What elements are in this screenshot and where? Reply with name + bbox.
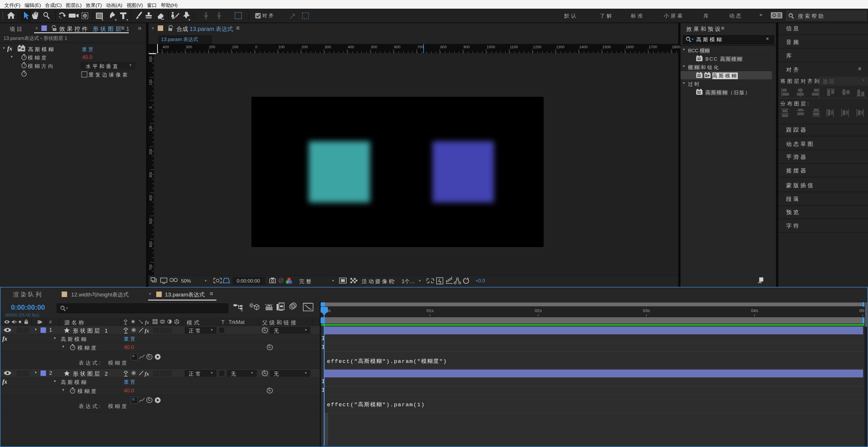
svg-text:1000: 1000 xyxy=(487,45,495,49)
svg-text:fx: fx xyxy=(145,328,149,334)
svg-text:1100: 1100 xyxy=(510,45,518,49)
svg-text:#: # xyxy=(49,319,52,324)
svg-text:fx: fx xyxy=(145,371,149,377)
svg-text:600: 600 xyxy=(394,45,400,49)
svg-text:400: 400 xyxy=(348,45,354,49)
svg-text:1700: 1700 xyxy=(649,45,657,49)
svg-text:200: 200 xyxy=(302,45,308,49)
svg-text:400: 400 xyxy=(163,45,169,49)
svg-text:100: 100 xyxy=(232,45,239,49)
svg-text:1800: 1800 xyxy=(672,45,680,49)
svg-text:0: 0 xyxy=(255,45,257,49)
svg-text:fx: fx xyxy=(145,319,149,325)
svg-text:1600: 1600 xyxy=(625,45,634,49)
svg-text:900: 900 xyxy=(464,45,470,49)
svg-text:500: 500 xyxy=(371,45,377,49)
svg-text:1500: 1500 xyxy=(602,45,611,49)
svg-text:32: 32 xyxy=(697,57,701,61)
svg-text:300: 300 xyxy=(324,45,331,49)
svg-text:300: 300 xyxy=(186,45,192,49)
svg-text:700: 700 xyxy=(417,45,424,49)
svg-text:32: 32 xyxy=(697,91,701,95)
svg-text:200: 200 xyxy=(209,45,215,49)
svg-text:1200: 1200 xyxy=(533,45,541,49)
svg-text:800: 800 xyxy=(440,45,447,49)
svg-text:1400: 1400 xyxy=(579,45,588,49)
svg-text:T: T xyxy=(221,319,224,325)
svg-text:TrkMat: TrkMat xyxy=(228,319,245,325)
svg-text:1300: 1300 xyxy=(556,45,564,49)
svg-text:32: 32 xyxy=(697,74,701,78)
svg-text:100: 100 xyxy=(278,45,285,49)
